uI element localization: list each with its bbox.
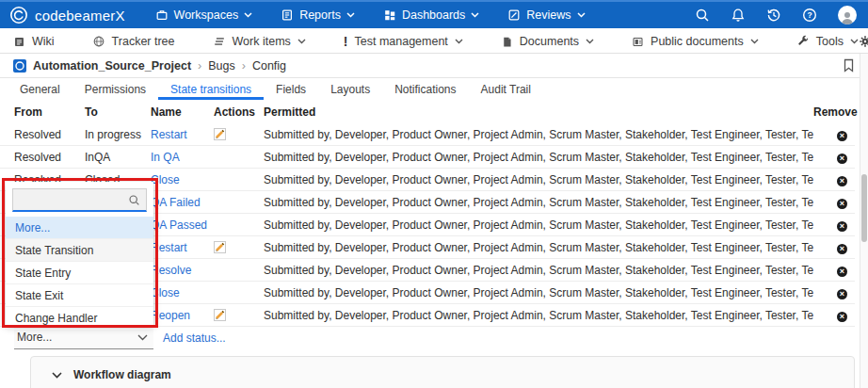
codebeamer-logo[interactable]: codebeamerX xyxy=(9,6,125,24)
remove-icon[interactable]: × xyxy=(837,131,847,141)
cell-actions xyxy=(214,241,264,253)
chevron-down-icon xyxy=(455,39,463,44)
config-tab[interactable]: State transitions xyxy=(158,79,264,100)
config-tab[interactable]: Audit Trail xyxy=(469,79,543,100)
config-tab[interactable]: Layouts xyxy=(318,79,382,100)
toolbar-item-admin[interactable]: Admin xyxy=(859,35,868,48)
dropdown-options: More... State Transition State Entry Sta… xyxy=(6,217,153,330)
header-name: Name xyxy=(151,105,214,119)
toolbar-item-tools[interactable]: Tools xyxy=(796,35,859,48)
cell-remove: × xyxy=(813,151,855,164)
dropdown-option[interactable]: State Transition xyxy=(6,239,153,262)
breadcrumb-page[interactable]: Config xyxy=(252,59,286,73)
wiki-icon xyxy=(13,36,25,48)
transition-name-link[interactable]: QA Failed xyxy=(151,196,214,209)
toolbar-item-tracker-tree[interactable]: Tracker tree xyxy=(92,35,175,48)
toolbar-item-documents[interactable]: Documents xyxy=(501,35,594,48)
dropdown-option[interactable]: More... xyxy=(6,217,153,239)
cell-actions xyxy=(214,218,264,231)
menu-reports[interactable]: Reports xyxy=(281,8,355,22)
cell-permitted: Submitted by, Developer, Product Owner, … xyxy=(264,128,813,141)
cell-to: InQA xyxy=(85,151,151,164)
config-tab[interactable]: Permissions xyxy=(72,79,158,100)
config-tab[interactable]: Notifications xyxy=(382,79,468,100)
cell-actions xyxy=(214,309,264,321)
toolbar-item-test-management[interactable]: ! Test management xyxy=(344,35,463,48)
toolbar-label: Wiki xyxy=(32,35,55,48)
chevron-down-icon xyxy=(346,12,355,18)
dropdown-search-input[interactable] xyxy=(19,193,128,206)
chevron-down-icon xyxy=(577,12,586,18)
dropdown-option[interactable]: State Entry xyxy=(6,262,153,284)
notifications-bell-icon[interactable] xyxy=(731,8,746,23)
cell-permitted: Submitted by, Developer, Product Owner, … xyxy=(264,264,813,277)
toolbar-item-work-items[interactable]: Work items xyxy=(213,35,306,48)
toolbar-item-public-documents[interactable]: Public documents xyxy=(632,35,759,48)
toolbar-label: Public documents xyxy=(651,35,744,48)
breadcrumb-separator: › xyxy=(198,59,201,73)
transition-name-link[interactable]: In QA xyxy=(151,151,214,164)
cell-permitted: Submitted by, Developer, Product Owner, … xyxy=(264,218,813,232)
remove-icon[interactable]: × xyxy=(837,289,847,299)
dropdown-search-box xyxy=(12,188,147,212)
transition-name-link[interactable]: Close xyxy=(151,173,214,186)
transition-name-link[interactable]: Restart xyxy=(151,128,214,141)
transition-name-link[interactable]: Restart xyxy=(151,241,214,254)
transition-name-link[interactable]: Reopen xyxy=(151,309,214,322)
cell-from: Resolved xyxy=(14,128,85,141)
table-header-row: From To Name Actions Permitted Remove xyxy=(0,101,855,123)
chevron-down-icon xyxy=(137,334,146,340)
top-navigation-bar: codebeamerX Workspaces Reports Dashboard… xyxy=(0,0,868,28)
menu-workspaces[interactable]: Workspaces xyxy=(155,8,253,22)
remove-icon[interactable]: × xyxy=(837,312,847,322)
chevron-down-icon xyxy=(850,39,859,44)
remove-icon[interactable]: × xyxy=(837,267,847,277)
toolbar-item-wiki[interactable]: Wiki xyxy=(13,35,55,48)
remove-icon[interactable]: × xyxy=(837,199,847,209)
workflow-diagram-section[interactable]: Workflow diagram xyxy=(30,356,855,388)
search-icon xyxy=(128,194,140,206)
history-icon[interactable] xyxy=(766,8,781,23)
cell-remove: × xyxy=(813,286,855,299)
transition-name-link[interactable]: QA Passed xyxy=(151,218,214,232)
dropdown-option[interactable]: State Exit xyxy=(6,284,153,307)
add-status-link[interactable]: Add status... xyxy=(163,331,226,345)
config-tab[interactable]: General xyxy=(8,79,72,100)
transition-name-link[interactable]: Resolve xyxy=(151,264,214,277)
remove-icon[interactable]: × xyxy=(837,244,847,254)
header-remove: Remove xyxy=(813,105,855,119)
scrollbar-thumb[interactable] xyxy=(861,174,867,242)
remove-icon[interactable]: × xyxy=(837,154,847,164)
toolbar-label: Tools xyxy=(816,35,844,48)
vertical-scrollbar xyxy=(860,54,868,388)
remove-icon[interactable]: × xyxy=(837,221,847,232)
toolbar-label: Work items xyxy=(233,35,291,48)
bookmark-icon[interactable] xyxy=(843,58,855,73)
cell-remove: × xyxy=(813,173,855,186)
menu-reviews[interactable]: Reviews xyxy=(507,8,585,22)
cell-remove: × xyxy=(813,309,855,322)
cell-actions xyxy=(214,264,264,276)
workflow-section-title: Workflow diagram xyxy=(73,368,171,381)
breadcrumb-tracker[interactable]: Bugs xyxy=(208,59,235,73)
transition-name-link[interactable]: Close xyxy=(151,286,214,299)
remove-icon[interactable]: × xyxy=(837,176,847,186)
user-avatar[interactable] xyxy=(838,6,857,24)
tracker-tree-icon xyxy=(92,35,105,48)
edit-action-icon[interactable] xyxy=(214,128,226,140)
breadcrumb-project[interactable]: Automation_Source_Project xyxy=(33,59,191,73)
gear-icon xyxy=(859,35,868,48)
edit-action-icon[interactable] xyxy=(214,241,226,253)
edit-action-icon[interactable] xyxy=(214,309,226,321)
dropdown-option[interactable]: Change Handler xyxy=(6,307,153,330)
cell-actions xyxy=(214,286,264,299)
cell-remove: × xyxy=(813,241,855,254)
work-items-icon xyxy=(213,35,226,48)
menu-dashboards[interactable]: Dashboards xyxy=(383,8,479,22)
cell-remove: × xyxy=(813,218,855,232)
help-icon[interactable]: ? xyxy=(802,8,817,23)
exclamation-icon: ! xyxy=(344,36,348,48)
top-right-icons: ? xyxy=(695,6,859,24)
search-icon[interactable] xyxy=(695,8,710,23)
config-tab[interactable]: Fields xyxy=(264,79,318,100)
